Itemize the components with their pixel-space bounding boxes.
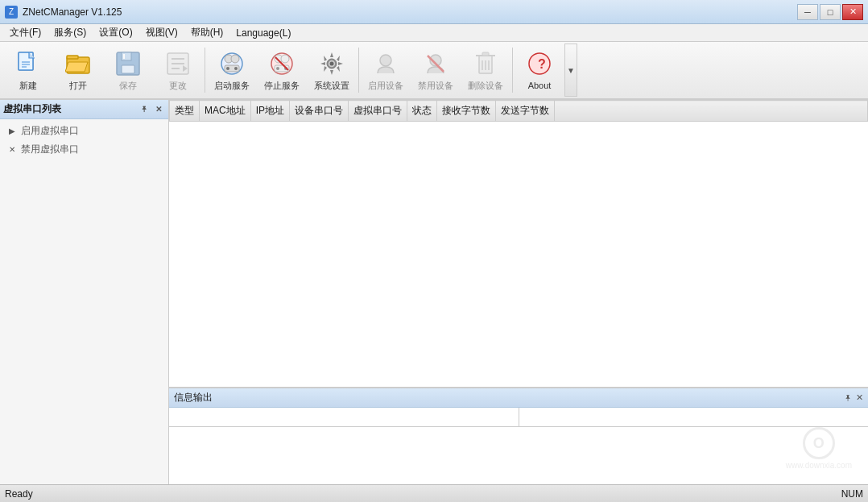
menu-view[interactable]: 视图(V) [139, 24, 184, 42]
info-panel-content [169, 408, 868, 484]
toolbar: 新建 打开 保存 [0, 42, 868, 100]
svg-marker-7 [65, 62, 88, 72]
delete-device-label: 删除设备 [468, 81, 503, 91]
menu-service[interactable]: 服务(S) [48, 24, 93, 42]
toolbar-new-button[interactable]: 新建 [3, 44, 53, 97]
toolbar-dropdown-button[interactable]: ▼ [564, 44, 577, 97]
title-label: ZNetCManager V1.125 [23, 6, 122, 18]
new-label: 新建 [19, 81, 37, 91]
new-icon [14, 49, 43, 78]
toolbar-update-button: 更改 [153, 44, 203, 97]
col-mac: MAC地址 [200, 101, 251, 122]
sidebar-close-button[interactable]: ✕ [152, 103, 165, 116]
toolbar-enable-device-button: 启用设备 [361, 44, 411, 97]
sidebar-header: 虚拟串口列表 🖈 ✕ [0, 100, 168, 119]
toolbar-stop-service-button[interactable]: 停止服务 [257, 44, 307, 97]
svg-point-25 [281, 55, 289, 63]
menu-settings[interactable]: 设置(O) [93, 24, 138, 42]
menu-language[interactable]: Language(L) [229, 24, 297, 42]
menu-help[interactable]: 帮助(H) [184, 24, 230, 42]
svg-point-27 [276, 67, 279, 70]
disable-device-icon [421, 49, 450, 78]
disable-port-icon: ✕ [6, 145, 18, 154]
col-status: 状态 [407, 101, 437, 122]
sidebar: 虚拟串口列表 🖈 ✕ ▶ 启用虚拟串口 ✕ 禁用虚拟串口 [0, 100, 169, 484]
open-label: 打开 [69, 81, 87, 91]
disable-port-label: 禁用虚拟串口 [21, 143, 79, 156]
toolbar-separator-2 [358, 48, 359, 93]
start-service-icon [217, 49, 246, 78]
toolbar-sys-settings-button[interactable]: 系统设置 [307, 44, 357, 97]
save-icon [114, 49, 143, 78]
sys-settings-icon [317, 49, 346, 78]
start-service-label: 启动服务 [214, 81, 250, 91]
sys-settings-label: 系统设置 [314, 81, 349, 91]
save-label: 保存 [119, 81, 137, 91]
info-col-2 [519, 408, 869, 426]
col-device-port: 设备串口号 [290, 101, 349, 122]
col-type: 类型 [170, 101, 200, 122]
main-content: 虚拟串口列表 🖈 ✕ ▶ 启用虚拟串口 ✕ 禁用虚拟串口 类型 [0, 100, 868, 484]
about-label: About [528, 81, 552, 91]
menu-file[interactable]: 文件(F) [3, 24, 48, 42]
enable-port-action[interactable]: ▶ 启用虚拟串口 [2, 122, 167, 139]
close-button[interactable]: ✕ [842, 4, 863, 20]
title-text: Z ZNetCManager V1.125 [5, 6, 122, 19]
status-text: Ready [5, 488, 33, 500]
right-panel: 类型 MAC地址 IP地址 设备串口号 虚拟串口号 状态 接收字节数 发送字节数 [169, 100, 868, 484]
svg-point-33 [380, 55, 391, 66]
svg-point-21 [226, 67, 229, 70]
enable-device-label: 启用设备 [368, 81, 403, 91]
dropdown-arrow-icon: ▼ [567, 66, 575, 75]
info-panel: 信息输出 🖈 ✕ [169, 388, 868, 484]
status-right: NUM [841, 488, 863, 500]
info-close-button[interactable]: ✕ [856, 392, 863, 403]
toolbar-disable-device-button: 禁用设备 [411, 44, 461, 97]
enable-device-icon [371, 49, 400, 78]
svg-rect-6 [67, 56, 78, 59]
data-table: 类型 MAC地址 IP地址 设备串口号 虚拟串口号 状态 接收字节数 发送字节数 [169, 100, 868, 122]
disable-port-action[interactable]: ✕ 禁用虚拟串口 [2, 141, 167, 158]
svg-point-19 [231, 55, 239, 63]
sidebar-pin-button[interactable]: 🖈 [138, 103, 151, 116]
enable-port-label: 启用虚拟串口 [21, 124, 79, 138]
info-panel-header-controls: 🖈 ✕ [844, 392, 863, 403]
title-controls: ─ □ ✕ [797, 4, 863, 20]
toolbar-separator-1 [205, 48, 205, 93]
toolbar-about-button[interactable]: ? About [515, 44, 564, 97]
menu-bar: 文件(F) 服务(S) 设置(O) 视图(V) 帮助(H) Language(L… [0, 24, 868, 42]
app-icon: Z [5, 6, 18, 19]
info-panel-title: 信息输出 [174, 391, 213, 405]
disable-device-label: 禁用设备 [418, 81, 453, 91]
toolbar-start-service-button[interactable]: 启动服务 [207, 44, 257, 97]
col-virtual-port: 虚拟串口号 [349, 101, 407, 122]
svg-rect-10 [122, 65, 134, 73]
maximize-button[interactable]: □ [820, 4, 841, 20]
minimize-button[interactable]: ─ [797, 4, 818, 20]
svg-rect-11 [123, 54, 125, 59]
sidebar-header-controls: 🖈 ✕ [138, 103, 165, 116]
info-log[interactable] [169, 427, 868, 484]
col-empty [555, 101, 868, 122]
toolbar-save-button: 保存 [103, 44, 153, 97]
svg-rect-9 [122, 52, 131, 60]
col-ip: IP地址 [250, 101, 289, 122]
svg-point-32 [330, 61, 334, 65]
update-label: 更改 [169, 81, 187, 91]
info-panel-header: 信息输出 🖈 ✕ [169, 388, 868, 408]
info-pin-button[interactable]: 🖈 [844, 392, 853, 403]
col-send-bytes: 发送字节数 [496, 101, 555, 122]
toolbar-separator-3 [512, 48, 513, 93]
open-icon [64, 49, 93, 78]
update-icon [163, 49, 192, 78]
toolbar-open-button[interactable]: 打开 [53, 44, 103, 97]
svg-rect-38 [482, 52, 489, 56]
sidebar-title: 虚拟串口列表 [3, 102, 61, 116]
enable-port-icon: ▶ [6, 127, 18, 135]
table-area[interactable]: 类型 MAC地址 IP地址 设备串口号 虚拟串口号 状态 接收字节数 发送字节数 [169, 100, 868, 388]
toolbar-delete-device-button: 删除设备 [461, 44, 510, 97]
delete-device-icon [471, 49, 500, 78]
status-bar: Ready NUM [0, 484, 868, 502]
stop-service-label: 停止服务 [264, 81, 300, 91]
svg-point-22 [234, 67, 238, 70]
